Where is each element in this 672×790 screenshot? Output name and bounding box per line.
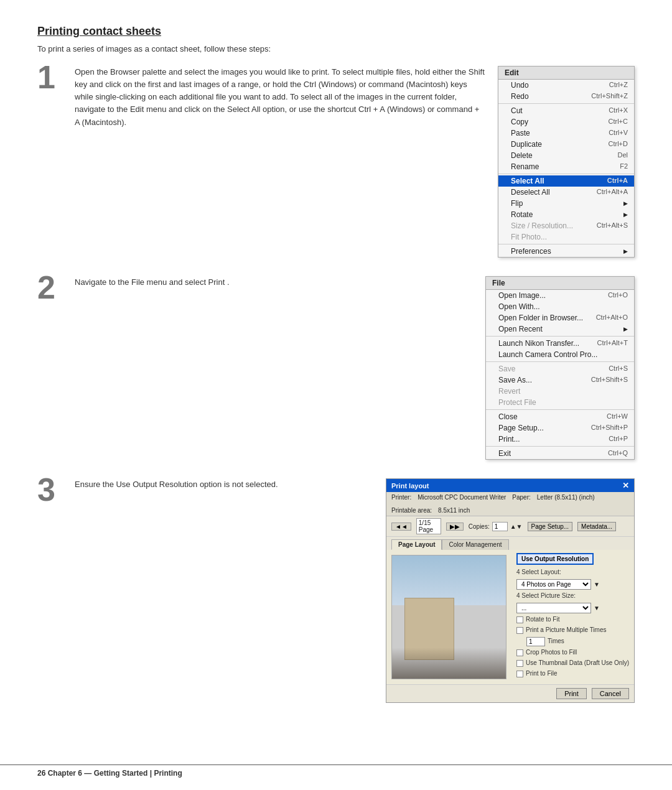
page-footer: 26 Chapter 6 — Getting Started | Printin… bbox=[0, 764, 672, 778]
pl-main-area: Use Output Resolution 4 Select Layout: 4… bbox=[386, 550, 634, 684]
redo-label: Redo bbox=[511, 92, 579, 101]
step-1-number: 1 bbox=[37, 61, 75, 93]
pl-options-panel: Use Output Resolution 4 Select Layout: 4… bbox=[511, 550, 634, 684]
times-row: Times bbox=[516, 637, 629, 646]
select-picture-size-row: 4 Select Picture Size: bbox=[516, 592, 629, 600]
print-layout-infobar: Printer: Microsoft CPC Document Writer P… bbox=[386, 492, 634, 516]
menu-item-revert: Revert bbox=[486, 386, 634, 397]
printer-value: Microsoft CPC Document Writer bbox=[418, 494, 506, 501]
layout-select-row: 4 Photos on Page ▼ bbox=[516, 579, 629, 590]
print-layout-screenshot: Print layout ✕ Printer: Microsoft CPC Do… bbox=[386, 478, 635, 703]
file-menu-screenshot: File Open Image... Ctrl+O Open With... O… bbox=[485, 276, 635, 460]
photo-preview bbox=[391, 555, 506, 679]
step-2-content: Navigate to the File menu and select Pri… bbox=[75, 276, 485, 289]
menu-item-size-resolution: Size / Resolution... Ctrl+Alt+S bbox=[498, 220, 634, 231]
undo-label: Undo bbox=[511, 81, 597, 90]
pl-bottom-buttons: Print Cancel bbox=[386, 684, 634, 702]
copies-label: Copies: bbox=[469, 523, 490, 530]
menu-item-open-folder: Open Folder in Browser... Ctrl+Alt+O bbox=[486, 312, 634, 323]
crop-photos-checkbox[interactable] bbox=[516, 649, 523, 656]
print-button[interactable]: Print bbox=[556, 688, 587, 699]
page-setup-button[interactable]: Page Setup... bbox=[528, 522, 573, 531]
menu-item-delete: Delete Del bbox=[498, 150, 634, 161]
menu-item-duplicate: Duplicate Ctrl+D bbox=[498, 139, 634, 150]
cancel-button[interactable]: Cancel bbox=[592, 688, 629, 699]
menu-item-save-as: Save As... Ctrl+Shift+S bbox=[486, 374, 634, 386]
menu-item-cut: Cut Ctrl+X bbox=[498, 105, 634, 116]
undo-shortcut: Ctrl+Z bbox=[609, 81, 628, 90]
picture-size-select-row: ... ▼ bbox=[516, 603, 629, 613]
rotate-to-fit-checkbox[interactable] bbox=[516, 616, 523, 623]
menu-item-protect-file: Protect File bbox=[486, 397, 634, 408]
copies-row: Copies: ▲▼ bbox=[469, 522, 523, 531]
printable-label: Printable area: bbox=[391, 507, 432, 514]
layout-select[interactable]: 4 Photos on Page bbox=[516, 579, 591, 590]
times-input[interactable] bbox=[526, 637, 545, 646]
paper-value: Letter (8.5x11) (inch) bbox=[537, 494, 595, 501]
use-thumbnail-checkbox[interactable] bbox=[516, 660, 523, 667]
crop-photos-row: Crop Photos to Fill bbox=[516, 649, 629, 657]
menu-item-launch-camera: Launch Camera Control Pro... bbox=[486, 349, 634, 360]
menu-item-preferences: Preferences bbox=[498, 246, 634, 257]
menu-item-flip: Flip bbox=[498, 198, 634, 209]
metadata-button[interactable]: Metadata... bbox=[577, 522, 616, 531]
print-multiple-label: Print a Picture Multiple Times bbox=[526, 626, 607, 633]
print-multiple-checkbox[interactable] bbox=[516, 627, 523, 634]
page-display: 1/15 Page bbox=[416, 518, 441, 534]
pl-tabs-row: Page Layout Color Management bbox=[386, 537, 634, 550]
menu-item-open-recent: Open Recent bbox=[486, 323, 634, 335]
menu-item-close: Close Ctrl+W bbox=[486, 411, 634, 422]
menu-item-rename: Rename F2 bbox=[498, 161, 634, 172]
menu-item-copy: Copy Ctrl+C bbox=[498, 116, 634, 128]
step-1-content: Open the Browser palette and select the … bbox=[75, 66, 498, 129]
menu-item-exit: Exit Ctrl+Q bbox=[486, 448, 634, 459]
menu-item-save: Save Ctrl+S bbox=[486, 363, 634, 374]
file-menu-header: File bbox=[486, 277, 634, 290]
use-output-resolution-button[interactable]: Use Output Resolution bbox=[516, 553, 594, 565]
menu-item-deselect-all: Deselect All Ctrl+Alt+A bbox=[498, 187, 634, 198]
menu-item-fit-photo: Fit Photo... bbox=[498, 231, 634, 243]
tab-color-management[interactable]: Color Management bbox=[442, 539, 508, 550]
rotate-to-fit-label: Rotate to Fit bbox=[526, 616, 559, 623]
step-2-number: 2 bbox=[37, 271, 75, 304]
paper-label: Paper: bbox=[512, 494, 530, 501]
step-2-row: 2 Navigate to the File menu and select P… bbox=[37, 276, 635, 460]
times-label: Times bbox=[548, 638, 564, 644]
menu-item-undo: Undo Ctrl+Z bbox=[498, 80, 634, 91]
close-icon[interactable]: ✕ bbox=[622, 481, 629, 490]
menu-item-paste: Paste Ctrl+V bbox=[498, 128, 634, 139]
menu-item-page-setup: Page Setup... Ctrl+Shift+P bbox=[486, 422, 634, 434]
picture-size-select[interactable]: ... bbox=[516, 603, 591, 613]
file-menu-box: File Open Image... Ctrl+O Open With... O… bbox=[485, 276, 635, 460]
print-layout-title: Print layout bbox=[391, 482, 429, 490]
edit-menu-screenshot: Edit Undo Ctrl+Z Redo Ctrl+Shift+Z Cut C… bbox=[498, 66, 635, 258]
edit-menu-box: Edit Undo Ctrl+Z Redo Ctrl+Shift+Z Cut C… bbox=[498, 66, 635, 258]
use-thumbnail-row: Use Thumbnail Data (Draft Use Only) bbox=[516, 659, 629, 667]
step-3-number: 3 bbox=[37, 473, 75, 506]
select-picture-size-label: 4 Select Picture Size: bbox=[516, 592, 576, 599]
copies-input[interactable] bbox=[492, 522, 508, 531]
redo-shortcut: Ctrl+Shift+Z bbox=[591, 92, 628, 101]
menu-item-select-all: Select All Ctrl+A bbox=[498, 175, 634, 187]
next-page-button[interactable]: ▶▶ bbox=[446, 523, 464, 531]
print-layout-titlebar: Print layout ✕ bbox=[386, 479, 634, 492]
prev-page-button[interactable]: ◄◄ bbox=[391, 523, 411, 531]
step-1-row: 1 Open the Browser palette and select th… bbox=[37, 66, 635, 258]
menu-item-print: Print... Ctrl+P bbox=[486, 434, 634, 445]
select-layout-row: 4 Select Layout: bbox=[516, 569, 629, 577]
menu-item-open-with: Open With... bbox=[486, 301, 634, 312]
photo-overlay bbox=[392, 648, 506, 679]
print-to-file-checkbox[interactable] bbox=[516, 671, 523, 677]
menu-item-launch-nikon: Launch Nikon Transfer... Ctrl+Alt+T bbox=[486, 338, 634, 349]
print-layout-dialog: Print layout ✕ Printer: Microsoft CPC Do… bbox=[386, 478, 635, 703]
printer-label: Printer: bbox=[391, 494, 411, 501]
print-multiple-row: Print a Picture Multiple Times bbox=[516, 626, 629, 634]
use-thumbnail-label: Use Thumbnail Data (Draft Use Only) bbox=[526, 659, 629, 666]
page-title: Printing contact sheets bbox=[37, 25, 635, 38]
tab-page-layout[interactable]: Page Layout bbox=[391, 539, 442, 550]
pl-nav-row: ◄◄ 1/15 Page ▶▶ Copies: ▲▼ Page Setup...… bbox=[386, 516, 634, 537]
menu-item-open-image: Open Image... Ctrl+O bbox=[486, 290, 634, 301]
printable-value: 8.5x11 inch bbox=[438, 507, 470, 514]
edit-menu-header: Edit bbox=[498, 67, 634, 80]
select-layout-label: 4 Select Layout: bbox=[516, 569, 561, 575]
